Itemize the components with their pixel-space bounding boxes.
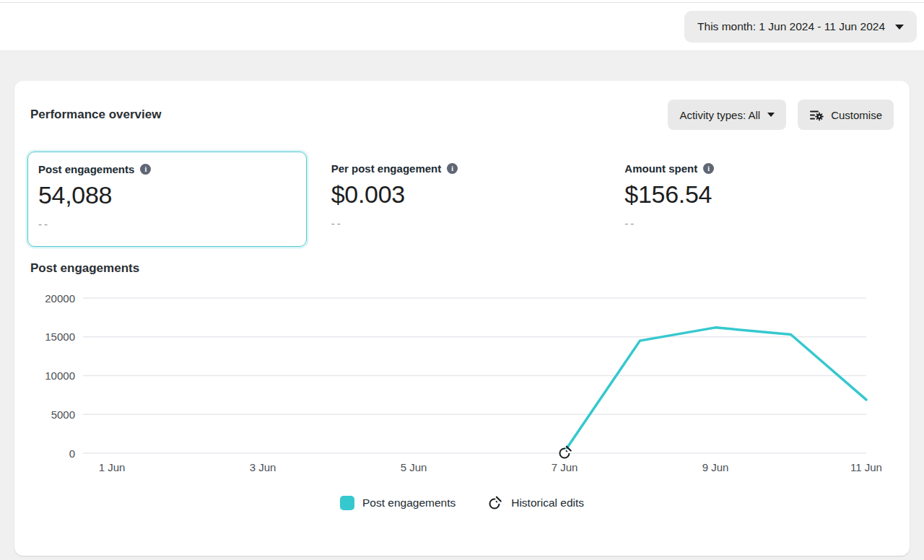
legend-label: Historical edits (511, 496, 584, 509)
historical-edit-icon (560, 447, 571, 458)
card-header: Performance overview Activity types: All (30, 100, 894, 130)
metric-comparison: -- (624, 217, 884, 229)
y-tick-label: 15000 (45, 331, 75, 343)
engagements-chart-svg: 050001000015000200001 Jun3 Jun5 Jun7 Jun… (30, 287, 892, 481)
y-tick-label: 5000 (51, 408, 75, 421)
x-tick-label: 11 Jun (850, 461, 882, 473)
y-tick-label: 10000 (45, 369, 75, 382)
customise-icon (809, 108, 824, 122)
metric-label: Post engagements (38, 163, 134, 175)
chevron-down-icon (895, 25, 904, 30)
page-title: Performance overview (30, 108, 161, 122)
metric-comparison: -- (331, 217, 590, 229)
x-tick-label: 9 Jun (702, 461, 729, 473)
header-actions: Activity types: All (668, 100, 894, 130)
chart-legend: Post engagements Historical edits (30, 495, 894, 511)
metric-post-engagements[interactable]: Post engagements 54,088 -- (27, 152, 307, 247)
metric-amount-spent[interactable]: Amount spent $156.54 -- (614, 152, 894, 247)
customise-label: Customise (831, 109, 882, 121)
info-icon[interactable] (447, 163, 458, 174)
post-engagements-swatch-icon (340, 496, 354, 510)
x-tick-label: 7 Jun (552, 461, 578, 473)
engagements-chart: 050001000015000200001 Jun3 Jun5 Jun7 Jun… (30, 287, 894, 484)
chevron-down-icon (767, 113, 775, 117)
metric-label: Amount spent (624, 162, 697, 175)
metric-value: $156.54 (624, 180, 884, 209)
customise-button[interactable]: Customise (798, 100, 894, 130)
page-body: Performance overview Activity types: All (0, 51, 924, 556)
top-bar: This month: 1 Jun 2024 - 11 Jun 2024 (0, 0, 924, 51)
metric-value: 54,088 (38, 181, 296, 209)
activity-types-dropdown[interactable]: Activity types: All (668, 100, 786, 130)
engagements-line (565, 328, 866, 452)
legend-label: Post engagements (362, 496, 456, 509)
y-tick-label: 20000 (45, 292, 75, 305)
x-tick-label: 5 Jun (401, 461, 427, 473)
date-range-label: This month: 1 Jun 2024 - 11 Jun 2024 (697, 20, 885, 33)
historical-edits-icon (487, 495, 503, 511)
chart-title: Post engagements (30, 261, 894, 276)
metric-per-post-engagement[interactable]: Per post engagement $0.003 -- (321, 152, 601, 247)
date-range-selector[interactable]: This month: 1 Jun 2024 - 11 Jun 2024 (684, 11, 917, 43)
performance-overview-card: Performance overview Activity types: All (14, 81, 910, 556)
x-tick-label: 1 Jun (99, 461, 126, 473)
metric-cards-row: Post engagements 54,088 -- Per post enga… (27, 152, 894, 247)
legend-item-historical-edits: Historical edits (487, 495, 584, 511)
metric-comparison: -- (38, 218, 296, 230)
x-tick-label: 3 Jun (250, 461, 276, 473)
info-icon[interactable] (140, 164, 151, 175)
y-tick-label: 0 (69, 447, 75, 460)
historical-edit-icon (490, 497, 501, 509)
info-icon[interactable] (703, 163, 714, 174)
legend-item-post-engagements: Post engagements (340, 496, 456, 510)
metric-value: $0.003 (331, 180, 590, 209)
activity-types-label: Activity types: All (679, 109, 760, 121)
metric-label: Per post engagement (331, 162, 442, 175)
